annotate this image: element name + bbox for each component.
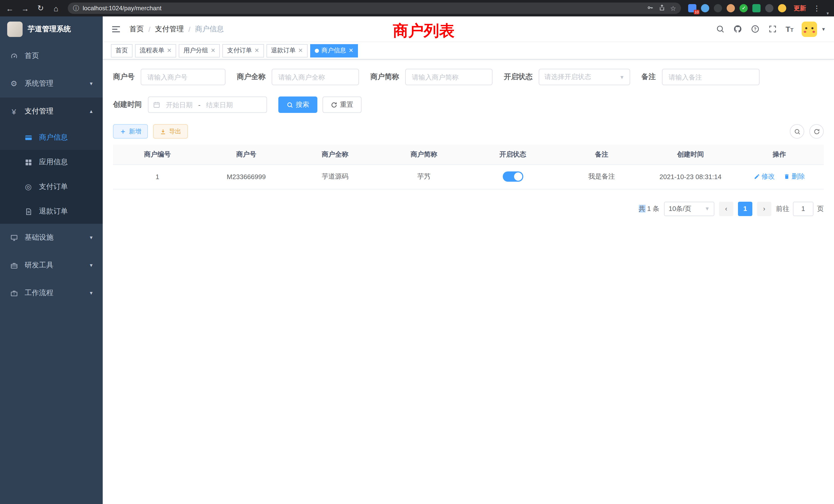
sidebar-item-label: 退款订单 bbox=[39, 207, 68, 216]
tab-home[interactable]: 首页 bbox=[111, 44, 132, 57]
delete-link[interactable]: 删除 bbox=[784, 172, 805, 181]
forward-icon[interactable]: → bbox=[21, 4, 30, 13]
extension-icon[interactable] bbox=[701, 4, 709, 12]
chevron-down-icon[interactable]: ▼ bbox=[821, 26, 826, 31]
full-name-input[interactable] bbox=[272, 69, 359, 85]
table-toolbar: 新增 导出 bbox=[113, 124, 824, 139]
extension-icon[interactable] bbox=[714, 4, 722, 12]
remark-input[interactable] bbox=[662, 69, 760, 85]
page-number-1[interactable]: 1 bbox=[738, 202, 752, 216]
close-icon[interactable]: ✕ bbox=[255, 47, 259, 54]
sidebar-item-refund-order[interactable]: 退款订单 bbox=[0, 199, 103, 224]
extension-icon[interactable]: 10 bbox=[688, 4, 697, 12]
hamburger-icon[interactable] bbox=[111, 24, 121, 34]
extension-icon[interactable]: ✓ bbox=[740, 4, 748, 12]
profile-caret-icon[interactable]: ▾ bbox=[827, 11, 829, 16]
logo-area[interactable]: 芋道管理系统 bbox=[0, 17, 103, 42]
close-icon[interactable]: ✕ bbox=[211, 47, 215, 54]
chevron-down-icon: ▼ bbox=[89, 291, 93, 296]
add-button[interactable]: 新增 bbox=[113, 124, 148, 139]
tab-user-group[interactable]: 用户分组✕ bbox=[179, 44, 220, 57]
toggle-search-button[interactable] bbox=[790, 124, 804, 139]
plus-icon bbox=[120, 128, 126, 135]
sidebar-item-workflow[interactable]: 工作流程 ▼ bbox=[0, 279, 103, 307]
calendar-icon bbox=[153, 101, 160, 108]
tab-pay-order[interactable]: 支付订单✕ bbox=[223, 44, 264, 57]
page-content: 商户号 商户全称 商户简称 开启状态 请选择开启状态 bbox=[103, 60, 834, 504]
goto-page-input[interactable] bbox=[793, 202, 813, 216]
home-icon[interactable]: ⌂ bbox=[51, 4, 61, 13]
status-select[interactable]: 请选择开启状态 ▼ bbox=[539, 69, 630, 85]
refresh-icon bbox=[813, 128, 820, 135]
address-bar[interactable]: ⓘ localhost:1024/pay/merchant ☆ bbox=[68, 3, 681, 14]
sidebar-item-dev-tools[interactable]: 研发工具 ▼ bbox=[0, 251, 103, 279]
extension-icon[interactable] bbox=[727, 4, 735, 12]
extension-icon[interactable] bbox=[765, 4, 774, 12]
sidebar-item-merchant-info[interactable]: 商户信息 bbox=[0, 125, 103, 150]
site-info-icon[interactable]: ⓘ bbox=[73, 4, 79, 13]
tab-refund-order[interactable]: 退款订单✕ bbox=[266, 44, 307, 57]
tab-process-form[interactable]: 流程表单✕ bbox=[135, 44, 176, 57]
close-icon[interactable]: ✕ bbox=[349, 47, 353, 54]
create-time-range-picker[interactable]: - bbox=[148, 96, 267, 113]
url-text[interactable]: localhost:1024/pay/merchant bbox=[83, 5, 643, 12]
credit-card-icon bbox=[24, 134, 33, 141]
reset-button[interactable]: 重置 bbox=[323, 96, 361, 113]
font-size-icon[interactable]: TT bbox=[786, 25, 794, 33]
user-avatar[interactable] bbox=[802, 21, 817, 37]
extension-icon[interactable] bbox=[753, 4, 761, 12]
tags-view-bar: 首页 流程表单✕ 用户分组✕ 支付订单✕ 退款订单✕ 商户信息✕ bbox=[103, 42, 834, 60]
reload-icon[interactable]: ↻ bbox=[36, 4, 45, 13]
logo-avatar bbox=[7, 22, 23, 37]
share-icon[interactable] bbox=[658, 4, 666, 12]
sidebar-item-system[interactable]: ⚙ 系统管理 ▼ bbox=[0, 70, 103, 97]
help-icon[interactable]: ? bbox=[751, 24, 760, 33]
refresh-table-button[interactable] bbox=[809, 124, 824, 139]
chrome-update-button[interactable]: 更新 bbox=[794, 4, 806, 13]
dashboard-icon bbox=[9, 52, 19, 60]
close-icon[interactable]: ✕ bbox=[298, 47, 303, 54]
cell-actions: 修改 删除 bbox=[735, 164, 824, 189]
status-toggle[interactable] bbox=[503, 171, 523, 182]
breadcrumb-home[interactable]: 首页 bbox=[129, 24, 144, 33]
short-name-label: 商户简称 bbox=[370, 72, 399, 82]
extension-icon[interactable] bbox=[778, 4, 787, 12]
sidebar-item-label: 支付订单 bbox=[39, 182, 68, 191]
screen: ← → ↻ ⌂ ⓘ localhost:1024/pay/merchant ☆ … bbox=[0, 0, 834, 504]
cell-id: 1 bbox=[113, 164, 202, 189]
sidebar-item-payment[interactable]: ¥ 支付管理 ▲ bbox=[0, 97, 103, 125]
back-icon[interactable]: ← bbox=[5, 4, 14, 13]
prev-page-button[interactable]: ‹ bbox=[719, 202, 733, 216]
search-icon[interactable] bbox=[716, 24, 725, 33]
remark-label: 备注 bbox=[641, 72, 656, 82]
breadcrumb-payment[interactable]: 支付管理 bbox=[155, 24, 184, 33]
page-size-select[interactable]: 10条/页 ▼ bbox=[664, 202, 714, 216]
search-icon bbox=[794, 128, 800, 135]
fullscreen-icon[interactable] bbox=[768, 24, 777, 33]
order-target-icon: ◎ bbox=[24, 182, 33, 191]
extension-badge: 10 bbox=[694, 10, 700, 14]
sidebar-item-app-info[interactable]: 应用信息 bbox=[0, 150, 103, 175]
github-icon[interactable] bbox=[733, 24, 743, 33]
password-key-icon[interactable] bbox=[646, 4, 655, 12]
tab-merchant-info[interactable]: 商户信息✕ bbox=[310, 44, 358, 57]
app-title: 芋道管理系统 bbox=[28, 25, 71, 34]
sidebar-item-infrastructure[interactable]: 基础设施 ▼ bbox=[0, 224, 103, 251]
short-name-input[interactable] bbox=[405, 69, 492, 85]
close-icon[interactable]: ✕ bbox=[167, 47, 172, 54]
chevron-down-icon: ▼ bbox=[89, 81, 93, 86]
edit-link[interactable]: 修改 bbox=[754, 172, 775, 181]
search-button[interactable]: 搜索 bbox=[278, 96, 317, 113]
search-icon bbox=[287, 101, 293, 108]
end-date-input[interactable] bbox=[204, 101, 236, 109]
bookmark-star-icon[interactable]: ☆ bbox=[670, 4, 676, 12]
export-button[interactable]: 导出 bbox=[153, 124, 188, 139]
sidebar-item-pay-order[interactable]: ◎ 支付订单 bbox=[0, 175, 103, 199]
next-page-button[interactable]: › bbox=[757, 202, 771, 216]
sidebar-item-home[interactable]: 首页 bbox=[0, 42, 103, 70]
browser-menu-icon[interactable]: ⋮ bbox=[813, 4, 820, 12]
payment-submenu: 商户信息 应用信息 ◎ 支付订单 退款订单 bbox=[0, 125, 103, 224]
merchant-no-input[interactable] bbox=[141, 69, 225, 85]
chevron-down-icon: ▼ bbox=[619, 74, 624, 80]
start-date-input[interactable] bbox=[163, 101, 195, 109]
